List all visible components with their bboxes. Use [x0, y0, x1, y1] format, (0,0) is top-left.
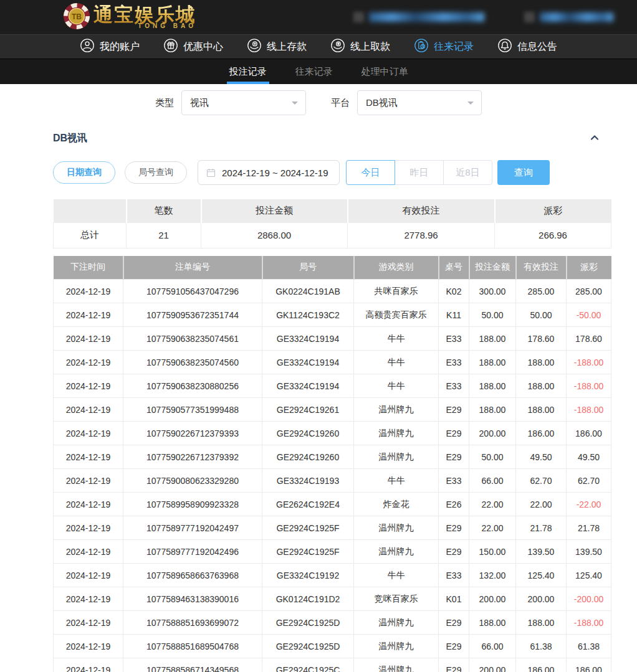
date-query-toggle[interactable]: 日期查询 — [53, 161, 115, 184]
table-cell: E33 — [439, 374, 469, 398]
summary-value: 2778.96 — [348, 222, 495, 248]
table-cell: 2024-12-19 — [54, 493, 123, 516]
table-cell: 200.00 — [469, 587, 516, 611]
platform-filter: 平台 DB视讯 — [331, 90, 482, 115]
table-cell: GE3324C19193 — [262, 469, 354, 493]
table-cell: 牛牛 — [354, 351, 439, 374]
nav-item-label: 往来记录 — [434, 40, 474, 54]
table-cell: 188.00 — [469, 327, 516, 351]
table-cell: 2024-12-19 — [54, 374, 123, 398]
table-cell: -188.00 — [567, 351, 611, 374]
table-cell: GK0224C191AB — [262, 280, 354, 303]
collapse-button[interactable] — [587, 130, 602, 147]
table-cell: K11 — [439, 303, 469, 327]
table-cell: 1077589777192042497 — [123, 516, 262, 540]
table-cell: 温州牌九 — [354, 422, 439, 445]
quick-range-button-2[interactable]: 昨日 — [395, 160, 444, 185]
table-cell: 62.70 — [567, 469, 611, 493]
table-cell: K01 — [439, 587, 469, 611]
table-cell: 132.00 — [469, 564, 516, 587]
table-row: 2024-12-191077589777192042496GE2924C1925… — [54, 540, 611, 564]
table-cell: 186.00 — [567, 658, 611, 672]
quick-range-button-1[interactable]: 今日 — [346, 160, 395, 185]
table-row: 2024-12-191077590226712379392GE2924C1926… — [54, 445, 611, 469]
main-nav: 我的账户优惠中心线上存款线上取款往来记录信息公告 — [0, 34, 637, 59]
table-cell: 21.78 — [567, 516, 611, 540]
table-cell: 2024-12-19 — [54, 658, 123, 672]
table-cell: 139.50 — [567, 540, 611, 564]
masked-icon — [524, 12, 535, 22]
filter-row: 类型 视讯 平台 DB视讯 — [0, 90, 637, 115]
tab-1[interactable]: 投注记录 — [229, 59, 267, 84]
tab-3[interactable]: 处理中订单 — [362, 59, 408, 84]
table-cell: 188.00 — [516, 374, 567, 398]
quick-range-group: 今日昨日近8日 — [346, 160, 492, 185]
table-cell: GE3324C19194 — [262, 374, 354, 398]
table-cell: GK1124C193C2 — [262, 303, 354, 327]
type-select[interactable]: 视讯 — [181, 90, 306, 115]
table-cell: 188.00 — [516, 398, 567, 422]
date-range-picker[interactable]: 2024-12-19 ~ 2024-12-19 — [198, 160, 340, 185]
table-cell: 200.00 — [516, 587, 567, 611]
table-cell: 62.70 — [516, 469, 567, 493]
nav-item-deposit[interactable]: 线上存款 — [247, 38, 307, 55]
table-row: 2024-12-191077588586714349568GE2924C1925… — [54, 658, 611, 672]
table-cell: GE2924C19261 — [262, 398, 354, 422]
table-cell: 49.50 — [567, 445, 611, 469]
table-cell: 150.00 — [469, 540, 516, 564]
summary-table: 笔数投注金额有效投注派彩 总计212868.002778.96266.96 — [53, 199, 611, 248]
nav-item-records[interactable]: 往来记录 — [414, 38, 474, 55]
table-cell: 1077589463138390016 — [123, 587, 262, 611]
table-cell: 300.00 — [469, 280, 516, 303]
table-cell: 285.00 — [567, 280, 611, 303]
search-button[interactable]: 查询 — [497, 160, 550, 185]
table-cell: -188.00 — [567, 398, 611, 422]
table-cell: GE3324C19194 — [262, 327, 354, 351]
records-icon — [414, 38, 429, 55]
nav-item-gift[interactable]: 优惠中心 — [163, 38, 223, 55]
table-cell: 温州牌九 — [354, 398, 439, 422]
records-body: 2024-12-191077591056437047296GK0224C191A… — [54, 280, 611, 672]
table-cell: 22.00 — [516, 493, 567, 516]
records-col-header: 有效投注 — [516, 256, 567, 280]
table-cell: E33 — [439, 327, 469, 351]
summary-value: 21 — [127, 222, 201, 248]
brand-logo[interactable]: TB 通宝娱乐城 TONG BAO — [62, 2, 200, 33]
table-cell: 1077590226712379392 — [123, 445, 262, 469]
nav-item-withdraw[interactable]: 线上取款 — [330, 38, 390, 55]
table-cell: 2024-12-19 — [54, 422, 123, 445]
table-cell: 2024-12-19 — [54, 280, 123, 303]
chevron-down-icon — [467, 102, 474, 108]
table-cell: 186.00 — [567, 422, 611, 445]
table-cell: 1077590577351999488 — [123, 398, 262, 422]
table-cell: 66.00 — [469, 469, 516, 493]
table-cell: 2024-12-19 — [54, 540, 123, 564]
table-cell: E33 — [439, 469, 469, 493]
table-cell: GE3324C19192 — [262, 564, 354, 587]
table-row: 2024-12-191077589958909923328GE2624C192E… — [54, 493, 611, 516]
table-cell: 竞咪百家乐 — [354, 587, 439, 611]
nav-item-bell[interactable]: 信息公告 — [497, 38, 557, 55]
tab-2[interactable]: 往来记录 — [295, 59, 333, 84]
table-cell: E29 — [439, 635, 469, 658]
table-cell: 50.00 — [469, 303, 516, 327]
query-toolbar: 日期查询 局号查询 2024-12-19 ~ 2024-12-19 今日昨日近8… — [53, 160, 611, 185]
records-table: 下注时间注单编号局号游戏类别桌号投注金额有效投注派彩 2024-12-19107… — [53, 256, 611, 672]
table-cell: E29 — [439, 398, 469, 422]
table-row: 2024-12-191077588851689504768GE2924C1925… — [54, 635, 611, 658]
table-cell: 1077590080623329280 — [123, 469, 262, 493]
user-balance-masked — [353, 12, 484, 22]
table-cell: 178.60 — [567, 327, 611, 351]
chevron-down-icon — [292, 102, 298, 108]
table-cell: 1077588586714349568 — [123, 658, 262, 672]
table-cell: 188.00 — [516, 351, 567, 374]
quick-range-button-3[interactable]: 近8日 — [443, 160, 492, 185]
round-query-toggle[interactable]: 局号查询 — [125, 161, 187, 184]
table-cell: 49.50 — [516, 445, 567, 469]
platform-select[interactable]: DB视讯 — [357, 90, 482, 115]
table-cell: 50.00 — [516, 303, 567, 327]
table-cell: GE2924C19260 — [262, 445, 354, 469]
nav-item-user[interactable]: 我的账户 — [80, 38, 140, 55]
section-head: DB视讯 — [53, 130, 611, 147]
table-cell: GE2924C1925F — [262, 516, 354, 540]
